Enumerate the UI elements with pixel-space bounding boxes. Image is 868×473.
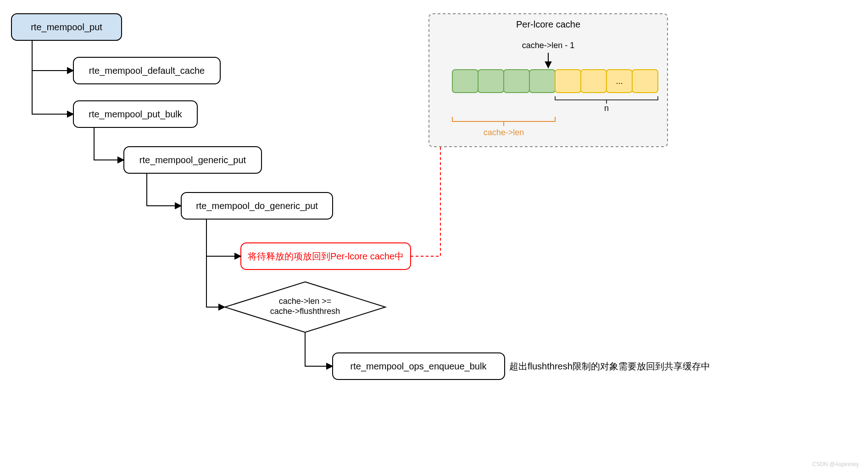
cache-cell-green [529,70,555,93]
cache-cell-yellow [632,70,658,93]
flow-step1-label: rte_mempool_default_cache [89,66,205,76]
flow-decision-label2: cache->flushthresh [270,307,340,316]
flow-step3-label: rte_mempool_generic_put [139,155,246,165]
flow-decision-label1: cache->len >= [279,297,332,306]
flow-arrow-step2-step3 [94,127,124,160]
flow-arrow-decision-step6 [305,332,333,366]
cache-brace-yellow-label: n [604,104,609,113]
flow-arrow-step3-step4 [147,173,181,206]
cache-brace-green-label: cache->len [484,128,524,137]
cache-pointer-label: cache->len - 1 [522,41,575,50]
flow-step2-label: rte_mempool_put_bulk [89,109,182,120]
cache-cell-green [452,70,478,93]
cache-cell-green [504,70,529,93]
watermark-text: CSDN @Aspiresky [812,461,859,468]
cache-cell-yellow [581,70,606,93]
flow-step6-label: rte_mempool_ops_enqueue_bulk [351,361,487,372]
flow-step4-label: rte_mempool_do_generic_put [196,201,318,211]
cache-ellipsis-icon: ... [616,77,623,86]
flow-step6-note: 超出flushthresh限制的对象需要放回到共享缓存中 [509,361,710,371]
flow-arrow-start-step1 [32,40,73,71]
flow-arrow-step4-step5 [206,219,241,256]
flow-arrow-step4-decision [206,219,225,307]
flow-start-label: rte_mempool_put [31,22,102,33]
flow-step5-label: 将待释放的项放回到Per-lcore cache中 [247,251,404,261]
cache-cell-green [478,70,504,93]
cache-cells: ... [452,70,658,93]
flow-arrow-start-step2 [32,40,73,114]
cache-cell-yellow [555,70,581,93]
cache-panel-title: Per-lcore cache [516,19,580,29]
